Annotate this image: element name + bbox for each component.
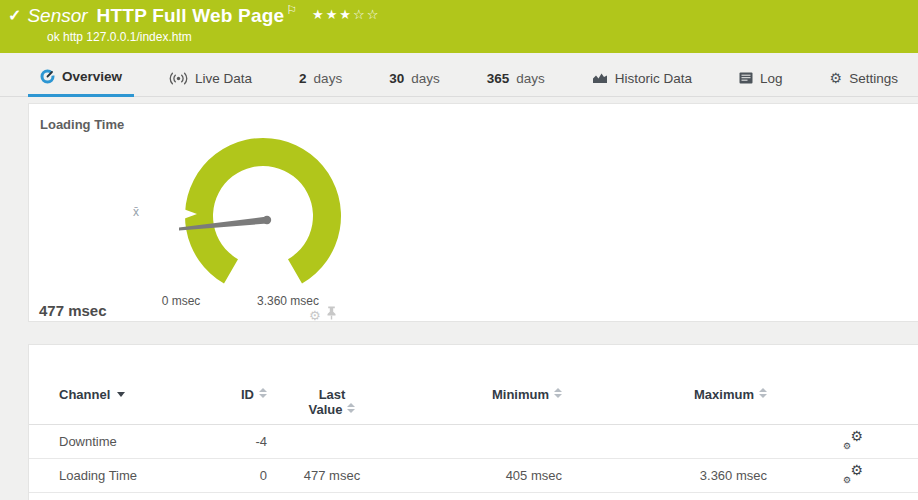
log-list-icon [739,72,753,84]
average-marker-label: x̄ [133,205,139,219]
priority-stars[interactable]: ★★★☆☆ [312,7,380,22]
status-ok-check-icon: ✓ [8,6,21,25]
tab-log[interactable]: Log [727,59,795,97]
sort-icon [759,388,767,398]
gauge-settings-gear-icon[interactable]: ⚙ [309,309,321,322]
tab-label: Live Data [195,71,252,86]
sensor-type-label: Sensor [27,5,87,27]
tab-365-days[interactable]: 365 days [475,59,557,97]
sensor-header: ✓ Sensor HTTP Full Web Page ⚐ ★★★☆☆ ok h… [0,0,918,53]
tab-settings[interactable]: ⚙ Settings [818,59,910,97]
channel-settings-gears-icon[interactable]: ⚙ ⚙ [843,466,863,485]
column-header-channel[interactable]: Channel [29,387,219,402]
column-header-id[interactable]: ID [219,387,267,402]
tab-day-number: 2 [299,71,307,86]
tab-day-number: 365 [487,71,510,86]
table-row-loading-time: Loading Time 0 477 msec 405 msec 3.360 m… [29,459,918,493]
tab-label: Log [760,71,783,86]
channel-name: Loading Time [29,468,219,483]
tab-label: Settings [849,71,898,86]
pin-icon[interactable] [326,306,337,324]
broadcast-icon [169,72,188,85]
channel-last-value: 477 msec [267,468,397,483]
gauge-tile-tools: ⚙ [309,306,337,324]
gauge-title: Loading Time [40,117,124,132]
channel-id: 0 [219,468,267,483]
tab-live-data[interactable]: Live Data [157,59,264,97]
current-value-label: 477 msec [39,302,107,319]
tab-bar: Overview Live Data 2 days 30 days 365 da… [0,53,918,97]
channel-table-panel: Channel ID Last Value Minimum Maximum Do… [28,344,918,500]
tab-overview[interactable]: Overview [28,59,134,97]
gauge-icon [40,69,55,84]
tab-label: Overview [62,69,122,84]
gear-icon: ⚙ [830,71,843,85]
flag-icon[interactable]: ⚐ [286,3,297,17]
channel-name: Downtime [29,434,219,449]
sort-icon [554,388,562,398]
tab-historic-data[interactable]: Historic Data [580,59,704,97]
tab-day-unit: days [314,71,343,86]
column-header-maximum[interactable]: Maximum [562,387,767,402]
table-row-downtime: Downtime -4 ⚙ ⚙ [29,425,918,459]
sensor-status-line: ok http 127.0.0.1/index.htm [47,30,908,44]
gauge-scale-min-label: 0 msec [151,294,211,308]
channel-id: -4 [219,434,267,449]
tab-30-days[interactable]: 30 days [377,59,452,97]
tab-day-unit: days [516,71,545,86]
loading-time-gauge [157,126,373,316]
column-header-last-value[interactable]: Last Value [267,387,397,417]
channel-maximum: 3.360 msec [562,468,767,483]
gauge-arc [185,138,341,284]
sort-icon [259,388,267,398]
table-header-row: Channel ID Last Value Minimum Maximum [29,345,918,425]
column-header-minimum[interactable]: Minimum [397,387,562,402]
channel-minimum: 405 msec [397,468,562,483]
tab-label: Historic Data [615,71,692,86]
sort-icon [347,403,355,413]
area-chart-icon [592,72,608,84]
loading-time-gauge-panel: Loading Time x̄ 0 msec 3.360 msec 477 ms… [28,103,918,322]
tab-day-number: 30 [389,71,404,86]
channel-settings-gears-icon[interactable]: ⚙ ⚙ [843,432,863,451]
tab-2-days[interactable]: 2 days [287,59,354,97]
page-title: HTTP Full Web Page [97,5,285,27]
tab-day-unit: days [411,71,440,86]
gauge-needle-pivot [263,216,271,224]
sort-desc-icon [117,392,125,397]
